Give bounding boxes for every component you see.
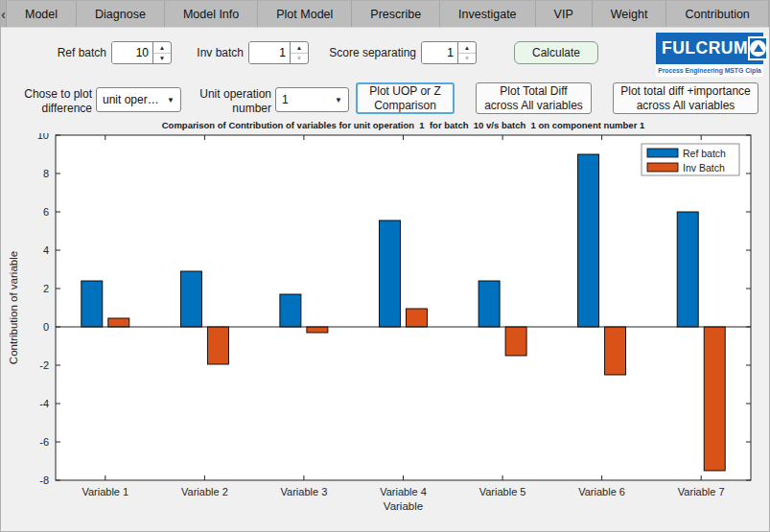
tab-weight[interactable]: Weight xyxy=(593,1,667,27)
score-separating-up-icon[interactable]: ▲ xyxy=(458,42,476,54)
svg-text:Variable 3: Variable 3 xyxy=(281,486,328,497)
inv-batch-spin-buttons: ▲ ▼ xyxy=(290,42,308,63)
inv-batch-up-icon[interactable]: ▲ xyxy=(291,42,308,54)
unit-operation-label-line2: number xyxy=(232,102,271,115)
unit-operation-label: Unit operation number xyxy=(189,87,271,116)
ref-batch-spin-buttons: ▲ ▼ xyxy=(152,42,171,63)
ref-batch-spinner[interactable]: ▲ ▼ xyxy=(111,41,172,64)
plot-difference-dropdown[interactable]: unit oper… ▼ xyxy=(96,87,181,112)
unit-operation-label-line1: Unit operation xyxy=(199,87,271,101)
comparison-bar-chart: -8-6-4-20246810Variable 1Variable 2Varia… xyxy=(1,133,770,531)
svg-text:Variable: Variable xyxy=(384,500,423,512)
chose-to-plot-label: Chose to plot difference xyxy=(11,87,92,116)
svg-text:Ref batch: Ref batch xyxy=(683,148,726,159)
plot-uop-z-comparison-button[interactable]: Plot UOP or Z Comparison xyxy=(356,82,455,114)
tab-model[interactable]: Model xyxy=(7,1,77,27)
inv-batch-spinner[interactable]: ▲ ▼ xyxy=(248,41,309,64)
svg-text:Variable 7: Variable 7 xyxy=(678,486,725,497)
chart-title: Comparison of Contribution of variables … xyxy=(56,120,751,130)
score-separating-spinner[interactable]: ▲ ▼ xyxy=(421,41,477,64)
score-separating-spin-buttons: ▲ ▼ xyxy=(457,42,476,63)
svg-text:Inv Batch: Inv Batch xyxy=(683,162,725,173)
svg-text:8: 8 xyxy=(43,168,49,179)
fulcrum-logo: FULCRUM Process Engineering MSTG Cipla xyxy=(656,33,763,77)
svg-text:4: 4 xyxy=(43,244,49,256)
fulcrum-logo-title: FULCRUM xyxy=(662,38,748,58)
svg-text:Variable 4: Variable 4 xyxy=(380,486,427,497)
tab-plot-model[interactable]: Plot Model xyxy=(258,1,352,27)
plot-difference-dropdown-value: unit oper… xyxy=(103,93,163,106)
tab-vip[interactable]: VIP xyxy=(536,1,593,27)
chevron-down-icon: ▼ xyxy=(335,96,342,104)
tab-investigate[interactable]: Investigate xyxy=(440,1,535,27)
svg-text:-2: -2 xyxy=(39,359,49,371)
unit-operation-number-dropdown-value: 1 xyxy=(282,93,331,106)
svg-text:-4: -4 xyxy=(39,398,49,409)
svg-text:0: 0 xyxy=(43,321,49,333)
svg-text:-6: -6 xyxy=(39,436,49,448)
tab-bar: ‹ ModelDiagnoseModel InfoPlot ModelPresc… xyxy=(1,1,770,28)
inv-batch-input[interactable] xyxy=(249,42,290,63)
chose-to-plot-label-line1: Chose to plot xyxy=(24,87,92,101)
plot-total-diff-importance-button[interactable]: Plot total diff +importance across All v… xyxy=(613,82,758,114)
svg-text:2: 2 xyxy=(43,283,49,294)
svg-text:Variable 6: Variable 6 xyxy=(578,486,625,497)
tab-contribution[interactable]: Contribution xyxy=(666,1,768,27)
chose-to-plot-label-line2: difference xyxy=(42,102,92,115)
svg-text:10: 10 xyxy=(37,133,49,141)
ref-batch-up-icon[interactable]: ▲ xyxy=(153,42,171,54)
svg-text:-8: -8 xyxy=(39,474,49,486)
score-separating-input[interactable] xyxy=(422,42,457,63)
svg-text:Variable 2: Variable 2 xyxy=(181,486,228,497)
ref-batch-input[interactable] xyxy=(112,42,152,63)
tab-model-info[interactable]: Model Info xyxy=(165,1,258,27)
calculate-button[interactable]: Calculate xyxy=(514,41,598,64)
tabs-holder: ModelDiagnoseModel InfoPlot ModelPrescri… xyxy=(7,1,770,27)
ref-batch-label: Ref batch xyxy=(30,41,106,64)
svg-text:Variable 5: Variable 5 xyxy=(479,486,526,497)
chevron-down-icon: ▼ xyxy=(167,96,175,104)
score-separating-label: Score separating xyxy=(317,41,416,64)
tab-prescribe[interactable]: Prescribe xyxy=(352,1,440,27)
fulcrum-logo-top: FULCRUM xyxy=(656,33,763,64)
ref-batch-down-icon[interactable]: ▼ xyxy=(153,54,171,64)
fulcrum-logo-subtitle: Process Engineering MSTG Cipla xyxy=(656,64,763,77)
fulcrum-droplet-icon xyxy=(748,36,768,60)
unit-operation-number-dropdown[interactable]: 1 ▼ xyxy=(275,87,349,112)
plot-total-diff-button[interactable]: Plot Total Diff across All variables xyxy=(476,82,592,114)
svg-text:Contribution of variable: Contribution of variable xyxy=(8,251,19,364)
inv-batch-label: Inv batch xyxy=(188,41,244,64)
svg-text:Variable 1: Variable 1 xyxy=(82,486,128,497)
tab-diagnose[interactable]: Diagnose xyxy=(77,1,165,27)
svg-text:6: 6 xyxy=(43,206,49,218)
app-window: ‹ ModelDiagnoseModel InfoPlot ModelPresc… xyxy=(0,0,770,532)
score-separating-down-icon[interactable]: ▼ xyxy=(458,54,476,64)
inv-batch-down-icon[interactable]: ▼ xyxy=(291,54,308,64)
